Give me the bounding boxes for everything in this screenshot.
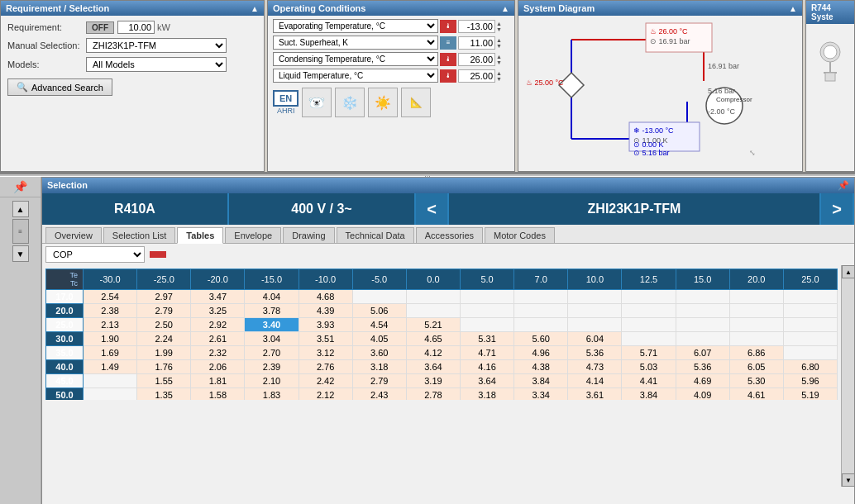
suct-superheat-input[interactable] [458, 36, 495, 50]
cell-r0-c7 [460, 290, 513, 304]
cell-r6-c7: 3.64 [460, 374, 513, 388]
liquid-temp-input[interactable] [458, 69, 495, 83]
selection-header: Selection 📌 [42, 178, 854, 193]
cell-r0-c11 [676, 290, 729, 304]
suct-superheat-dropdown[interactable]: Suct. Superheat, K [273, 36, 438, 50]
cell-r7-c8: 3.34 [514, 388, 568, 401]
prev-model-button[interactable]: < [416, 193, 449, 225]
cell-r1-c4: 4.39 [299, 304, 352, 318]
liquid-temp-dropdown[interactable]: Liquid Temperature, °C [273, 69, 438, 83]
scroll-up-button[interactable]: ▲ [12, 201, 29, 217]
te-header: Te [69, 271, 78, 279]
heat-icon-btn[interactable]: ☀️ [368, 88, 398, 117]
tab-selection-list[interactable]: Selection List [103, 227, 175, 243]
r744-icon [814, 36, 847, 85]
cell-r7-c13: 5.19 [783, 388, 837, 401]
cell-r6-c3: 2.10 [245, 374, 299, 388]
diagram-icon-btn[interactable]: 📐 [401, 88, 431, 117]
tab-tables[interactable]: Tables [177, 227, 223, 244]
cell-r6-c4: 2.42 [299, 374, 352, 388]
cell-r1-c6 [406, 304, 460, 318]
models-dropdown[interactable]: All Models [86, 57, 227, 72]
advanced-search-button[interactable]: 🔍 Advanced Search [7, 78, 112, 96]
op-panel-collapse[interactable]: ▲ [501, 4, 509, 13]
tab-accessories[interactable]: Accessories [416, 227, 483, 243]
cell-r1-c11 [676, 304, 729, 318]
manual-selection-dropdown[interactable]: ZHI23K1P-TFM [86, 38, 227, 53]
selection-pin[interactable]: 📌 [838, 180, 849, 191]
evap-temp-dropdown[interactable]: Evaporating Temperature, °C [273, 19, 438, 33]
cell-r4-c3: 2.70 [245, 346, 299, 360]
svg-text:⊙ 16.91 bar: ⊙ 16.91 bar [650, 37, 690, 45]
row-tc-20.0: 20.0 [46, 304, 84, 318]
svg-text:♨ 25.00 °C: ♨ 25.00 °C [526, 78, 564, 87]
cell-r5-c9: 4.73 [568, 360, 622, 374]
evap-temp-arrows[interactable]: ▲▼ [496, 21, 502, 32]
cell-r2-c10 [622, 318, 676, 332]
col-header-10: 10.0 [568, 269, 622, 290]
kw-input[interactable] [117, 21, 155, 34]
scroll-bar[interactable]: ≡ [12, 219, 29, 244]
scroll-down-button[interactable]: ▼ [12, 245, 29, 262]
kw-unit: kW [157, 22, 170, 32]
sys-panel-collapse[interactable]: ▲ [789, 4, 797, 13]
tab-drawing[interactable]: Drawing [283, 227, 334, 243]
data-table-area[interactable]: Te Tc -30.0 -25.0 -20.0 -15.0 -10.0 -5.0… [42, 265, 841, 400]
cell-r5-c11: 5.36 [676, 360, 729, 374]
cond-temp-dropdown[interactable]: Condensing Temperature, °C [273, 52, 438, 66]
cell-r0-c13 [783, 290, 837, 304]
cold-icon-btn[interactable]: ❄️ [335, 88, 365, 117]
cell-r4-c11: 6.07 [676, 346, 729, 360]
cell-r4-c10: 5.71 [622, 346, 676, 360]
scroll-down-btn[interactable]: ▼ [842, 473, 855, 487]
cell-r5-c1: 1.76 [137, 360, 191, 374]
tab-overview[interactable]: Overview [45, 227, 102, 243]
right-scrollbar[interactable]: ▲ ▼ [841, 265, 854, 487]
table-row: 50.01.351.581.832.122.432.783.183.343.61… [46, 388, 838, 401]
cell-r6-c0 [84, 374, 137, 388]
suct-icon: ≡ [440, 36, 456, 50]
cell-r4-c12: 6.86 [729, 346, 783, 360]
evap-temp-input[interactable] [458, 20, 495, 33]
svg-point-22 [824, 45, 837, 59]
svg-text:⊙ 0.00 K: ⊙ 0.00 K [633, 140, 664, 149]
svg-text:5.16 bar: 5.16 bar [708, 87, 735, 95]
liquid-arrows[interactable]: ▲▼ [496, 70, 502, 82]
ahri-label: AHRI [277, 107, 295, 115]
cell-r1-c0: 2.38 [84, 304, 137, 318]
model-label: ZHI23K1P-TFM [588, 202, 681, 216]
cell-r2-c12 [729, 318, 783, 332]
toggle-off-button[interactable]: OFF [86, 21, 114, 34]
tab-envelope[interactable]: Envelope [225, 227, 281, 243]
requirement-panel-collapse[interactable]: ▲ [251, 4, 259, 13]
models-label: Models: [7, 59, 86, 69]
cond-arrows[interactable]: ▲▼ [496, 54, 502, 65]
suct-arrows[interactable]: ▲▼ [496, 37, 502, 49]
tab-motor-codes[interactable]: Motor Codes [485, 227, 555, 243]
cell-r3-c9: 6.04 [568, 332, 622, 346]
next-arrow-icon: > [832, 200, 842, 219]
next-model-button[interactable]: > [821, 193, 854, 225]
pin-button[interactable]: 📌 [0, 177, 41, 197]
voltage-label: 400 V / 3~ [291, 202, 351, 216]
row-tc-30.0: 30.0 [46, 332, 84, 346]
cell-r1-c9 [568, 304, 622, 318]
r744-panel: R744 Syste [805, 0, 855, 172]
tab-technical-data[interactable]: Technical Data [337, 227, 414, 243]
en-flag-button[interactable]: EN [273, 90, 299, 107]
table-row: 20.02.382.793.253.784.395.06 [46, 304, 838, 318]
cell-r5-c8: 4.38 [514, 360, 568, 374]
cond-temp-input[interactable] [458, 53, 495, 66]
cop-dropdown[interactable]: COP [45, 246, 145, 263]
advanced-search-label: Advanced Search [31, 83, 103, 93]
cell-r3-c3: 3.04 [245, 332, 299, 346]
cell-r7-c4: 2.12 [299, 388, 352, 401]
scroll-track[interactable] [842, 278, 854, 473]
cell-r2-c0: 2.13 [84, 318, 137, 332]
cell-r7-c2: 1.58 [191, 388, 245, 401]
col-header-7: 7.0 [514, 269, 568, 290]
cell-r5-c10: 5.03 [622, 360, 676, 374]
scroll-up-btn[interactable]: ▲ [842, 265, 855, 278]
col-header--20: -20.0 [191, 269, 245, 290]
polar-bear-icon-btn[interactable]: 🐻‍❄️ [302, 88, 332, 117]
